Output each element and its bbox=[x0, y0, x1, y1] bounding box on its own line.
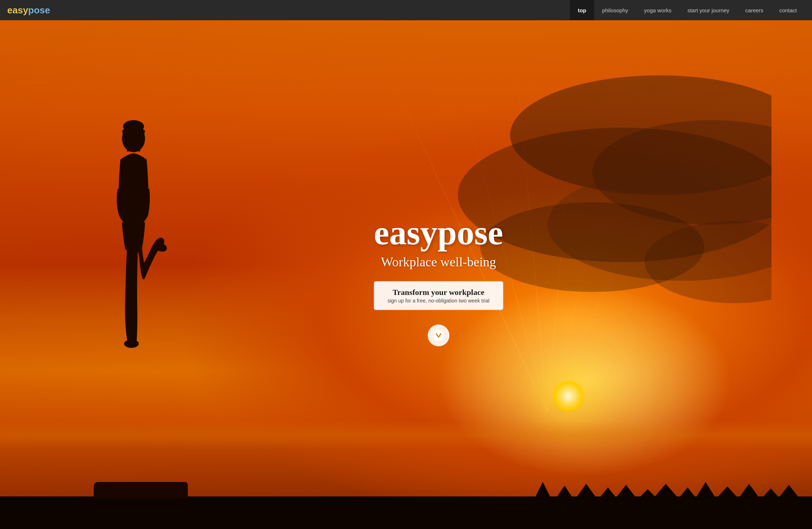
navbar: easypose top philosophy yoga works start… bbox=[0, 0, 812, 20]
hero-content: easypose Workplace well-being Transform … bbox=[374, 215, 503, 346]
rock-platform bbox=[94, 482, 188, 498]
nav-links: top philosophy yoga works start your jou… bbox=[570, 0, 805, 20]
nav-link-yoga-works[interactable]: yoga works bbox=[636, 0, 680, 20]
nav-link-philosophy[interactable]: philosophy bbox=[594, 0, 636, 20]
cta-button[interactable]: Transform your workplace sign up for a f… bbox=[374, 281, 503, 310]
hero-subtitle: Workplace well-being bbox=[374, 254, 503, 270]
logo-pose: pose bbox=[28, 5, 50, 16]
site-logo[interactable]: easypose bbox=[7, 5, 50, 16]
scroll-down-container bbox=[374, 325, 503, 346]
nav-link-start-your-journey[interactable]: start your journey bbox=[680, 0, 737, 20]
hero-section: easypose Workplace well-being Transform … bbox=[0, 0, 812, 529]
sun bbox=[552, 380, 585, 412]
cta-sub-text: sign up for a free, no-obligation two we… bbox=[388, 298, 490, 304]
nav-link-top[interactable]: top bbox=[570, 0, 594, 20]
nav-link-careers[interactable]: careers bbox=[737, 0, 771, 20]
svg-point-25 bbox=[433, 330, 444, 341]
scroll-down-icon bbox=[433, 330, 444, 341]
hero-title: easypose bbox=[374, 215, 503, 250]
scroll-down-button[interactable] bbox=[428, 325, 449, 346]
cta-main-text: Transform your workplace bbox=[388, 288, 490, 297]
logo-easy: easy bbox=[7, 5, 28, 16]
ground-silhouette bbox=[0, 496, 812, 529]
nav-link-contact[interactable]: contact bbox=[771, 0, 805, 20]
